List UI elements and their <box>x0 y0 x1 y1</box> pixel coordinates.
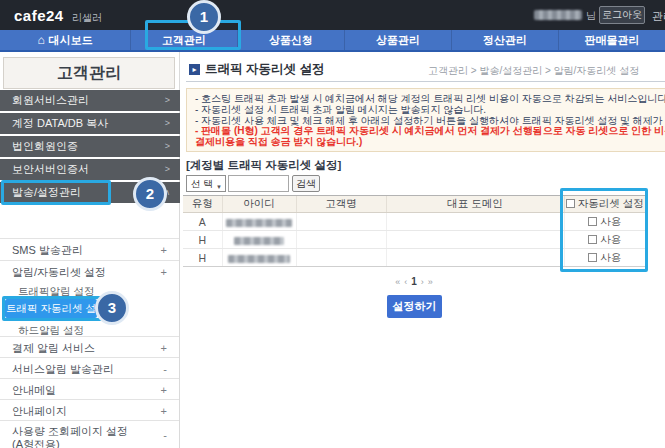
home-icon: ⌂ <box>37 33 44 47</box>
highlight-box-traffic-autoreset <box>2 296 103 321</box>
tab-settlement-management[interactable]: 정산관리 <box>451 30 558 50</box>
tab-product-management[interactable]: 상품관리 <box>344 30 451 50</box>
cell-type: H <box>183 249 222 267</box>
chevron-right-icon: > <box>165 136 170 157</box>
sidebar-item-usage-page-settings[interactable]: 사용량 조회페이지 설정 (A형전용) - <box>0 420 179 448</box>
sidebar-item-guide-page[interactable]: 안내페이지 + <box>0 399 179 421</box>
apply-settings-button[interactable]: 설정하기 <box>387 295 442 318</box>
pagination: « ‹ 1 › » <box>183 276 645 287</box>
app-window: cafe24 리셀러 님 로그아웃 관리 ⌂대시보드 고객관리 상품신청 상품관… <box>0 0 665 448</box>
chevron-down-icon: ▼ <box>216 180 222 195</box>
expand-plus-icon: + <box>161 261 167 283</box>
tab-product-request[interactable]: 상품신청 <box>237 30 344 50</box>
col-domain: 대표 도메인 <box>386 196 564 213</box>
cell-customer <box>296 249 386 267</box>
page-next-button[interactable]: › <box>421 277 424 287</box>
collapse-minus-icon: - <box>163 429 167 442</box>
sidebar-item-sms-sending[interactable]: SMS 발송관리 + <box>0 238 179 260</box>
expand-plus-icon: + <box>161 337 167 359</box>
tab-mall-management[interactable]: 판매몰관리 <box>558 30 665 50</box>
cell-type: H <box>183 231 222 249</box>
section-label: [계정별 트래픽 자동리셋 설정] <box>186 158 341 173</box>
redacted-username <box>534 10 582 20</box>
col-id: 아이디 <box>222 196 296 213</box>
sidebar-item-payment-alert-service[interactable]: 결제 알림 서비스 + <box>0 336 179 358</box>
chevron-right-icon: > <box>165 90 170 111</box>
notice-box: - 호스팅 트래픽 초과 발생 시 예치금에서 해당 계정의 트래픽 리셋 비용… <box>186 88 665 152</box>
cell-customer <box>296 213 386 231</box>
sidebar-item-account-data-db-copy[interactable]: 계정 DATA/DB 복사 > <box>0 113 180 134</box>
logout-button[interactable]: 로그아웃 <box>599 6 645 24</box>
tab-dashboard[interactable]: ⌂대시보드 <box>0 30 130 50</box>
sidebar-item-service-alert-sending[interactable]: 서비스알림 발송관리 - <box>0 357 179 379</box>
sidebar-item-guide-mail[interactable]: 안내메일 + <box>0 378 179 400</box>
topbar: cafe24 리셀러 님 로그아웃 관리 <box>0 0 665 30</box>
highlight-box-autoreset-column <box>560 188 648 272</box>
expand-plus-icon: + <box>161 379 167 401</box>
cell-id-redacted <box>222 213 296 231</box>
cell-domain <box>386 213 564 231</box>
title-divider <box>186 81 665 82</box>
chevron-right-icon: > <box>165 159 170 180</box>
user-suffix-label: 님 <box>586 9 596 23</box>
sidebar-item-corporate-member-auth[interactable]: 법인회원인증 > <box>0 136 180 157</box>
cell-customer <box>296 231 386 249</box>
filter-select[interactable]: 선 택 ▼ <box>186 175 226 192</box>
page-title: 트래픽 자동리셋 설정 <box>205 61 324 78</box>
cell-domain <box>386 231 564 249</box>
cafe24-logo[interactable]: cafe24 <box>14 7 64 24</box>
expand-plus-icon: + <box>161 239 167 261</box>
notice-line: - 자동리셋 설정 시 트래픽 초과 알림 메시지는 발송되지 않습니다. <box>195 105 663 116</box>
step-3-badge: 3 <box>95 291 129 325</box>
sidebar-item-alert-autoreset-settings[interactable]: 알림/자동리셋 설정 + <box>0 260 179 282</box>
chevron-right-icon: > <box>165 113 170 134</box>
cell-domain <box>386 249 564 267</box>
step-2-badge: 2 <box>133 177 167 211</box>
col-type: 유형 <box>183 196 222 213</box>
col-customer-name: 고객명 <box>296 196 386 213</box>
highlight-box-sending-settings <box>1 180 111 205</box>
cell-id-redacted <box>222 231 296 249</box>
cell-id-redacted <box>222 249 296 267</box>
step-1-badge: 1 <box>187 0 221 34</box>
reseller-label: 리셀러 <box>72 11 102 25</box>
page-current[interactable]: 1 <box>411 276 417 287</box>
page-first-button[interactable]: « <box>395 277 400 287</box>
expand-plus-icon: + <box>161 400 167 422</box>
search-button[interactable]: 검색 <box>292 175 320 192</box>
sidebar-item-member-services[interactable]: 회원서비스관리 > <box>0 90 180 111</box>
page-title-icon: ▸ <box>189 64 200 75</box>
breadcrumb: 고객관리 > 발송/설정관리 > 알림/자동리셋 설정 <box>428 64 639 78</box>
search-input[interactable] <box>228 175 289 192</box>
page-prev-button[interactable]: ‹ <box>404 277 407 287</box>
main-nav: ⌂대시보드 고객관리 상품신청 상품관리 정산관리 판매몰관리 <box>0 30 665 52</box>
admin-link-clipped[interactable]: 관리 <box>652 9 665 24</box>
sidebar-title: 고객관리 <box>3 57 175 89</box>
notice-line-warning: 결제비용을 직접 송금 받지 않습니다.) <box>195 137 663 148</box>
collapse-minus-icon: - <box>163 358 167 380</box>
page-last-button[interactable]: » <box>428 277 433 287</box>
sidebar: 고객관리 회원서비스관리 > 계정 DATA/DB 복사 > 법인회원인증 > … <box>0 52 180 448</box>
cell-type: A <box>183 213 222 231</box>
